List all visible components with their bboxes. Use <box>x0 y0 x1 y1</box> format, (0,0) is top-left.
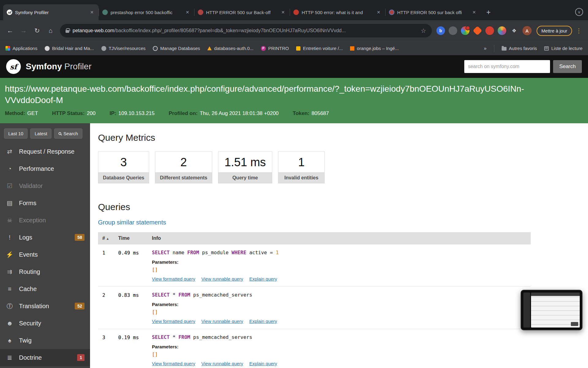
tab-symfony-profiler[interactable]: sf Symfony Profiler ✕ <box>3 4 99 20</box>
chrome-update-button[interactable]: Mettre à jour <box>537 26 572 36</box>
logs-badge: 58 <box>75 234 85 241</box>
close-icon[interactable]: ✕ <box>471 9 477 15</box>
sidebar-item-performance[interactable]: ◔ Performance <box>0 160 90 177</box>
metric-invalid-entities: 1 Invalid entities <box>278 151 325 183</box>
explain-query-link[interactable]: Explain query <box>249 319 277 324</box>
tab-prestashop-error[interactable]: prestashop error 500 backoffic ✕ <box>99 4 194 20</box>
view-runnable-query-link[interactable]: View runnable query <box>201 319 243 324</box>
sidebar-item-exception[interactable]: ☠ Exception <box>0 212 90 229</box>
bookmark-tjviser-resources[interactable]: TJViser/resources <box>101 46 146 51</box>
sidebar-item-twig[interactable]: ♠ Twig <box>0 332 90 349</box>
browser-menu-icon[interactable]: ⋮ <box>574 27 584 34</box>
query-time: 0.49 ms <box>118 250 152 282</box>
extension-icon-multicolor-badge[interactable] <box>461 26 469 35</box>
symfony-favicon: sf <box>7 10 12 15</box>
url-text[interactable]: petanque-web.com/backoffice/index.php/_p… <box>73 28 417 33</box>
bookmark-databases-auth[interactable]: databases-auth.0... <box>207 46 253 51</box>
sidebar-item-doctrine[interactable]: ≣ Doctrine 1 <box>0 349 90 366</box>
symfony-search-input[interactable] <box>464 60 550 73</box>
close-icon[interactable]: ✕ <box>375 9 382 15</box>
parameters-value: [] <box>152 309 526 315</box>
events-icon: ⚡ <box>6 251 14 258</box>
queries-table-header: #▲ Time Info <box>98 232 531 244</box>
last-10-button[interactable]: Last 10 <box>4 128 28 139</box>
bookmark-star-icon[interactable]: ☆ <box>421 27 426 34</box>
bookmark-bridal-hair[interactable]: Bridal Hair and Ma... <box>45 46 94 51</box>
extension-icon-blue-b[interactable]: b <box>436 26 445 35</box>
view-formatted-query-link[interactable]: View formatted query <box>152 361 195 366</box>
meta-profiled-on: Profiled on:Thu, 26 Aug 2021 18:01:38 +0… <box>169 110 279 117</box>
sidebar-item-routing[interactable]: ⇉ Routing <box>0 263 90 280</box>
new-tab-button[interactable]: + <box>483 6 494 18</box>
site-favicon <box>389 10 394 15</box>
close-icon[interactable]: ✕ <box>280 9 286 15</box>
home-button[interactable]: ⌂ <box>45 25 56 36</box>
group-similar-statements-link[interactable]: Group similar statements <box>98 219 166 226</box>
sidebar-item-security[interactable]: ☻ Security <box>0 315 90 332</box>
metric-database-queries: 3 Database Queries <box>98 151 149 183</box>
bookmark-orange-jobs[interactable]: orange.jobs – Ingé... <box>350 46 399 51</box>
explain-query-link[interactable]: Explain query <box>249 276 277 282</box>
sidebar-item-events[interactable]: ⚡ Events <box>0 246 90 263</box>
close-icon[interactable]: ✕ <box>89 9 95 15</box>
explain-query-link[interactable]: Explain query <box>249 361 277 366</box>
tab-http-error-backoffice[interactable]: HTTP ERROR 500 sur Back-off ✕ <box>194 4 290 20</box>
address-bar[interactable]: petanque-web.com/backoffice/index.php/_p… <box>60 24 432 37</box>
forward-button[interactable]: → <box>18 25 29 36</box>
reading-list[interactable]: Liste de lecture <box>544 46 582 51</box>
sort-asc-icon: ▲ <box>106 237 109 240</box>
profiler-title: Symfony Profiler <box>26 62 92 71</box>
bookmark-label: TJViser/resources <box>109 46 146 51</box>
view-formatted-query-link[interactable]: View formatted query <box>152 319 195 324</box>
sidebar-item-cache[interactable]: ≡ Cache <box>0 280 90 297</box>
header-num[interactable]: #▲ <box>102 236 118 241</box>
orange-brand-icon <box>350 46 354 51</box>
cache-icon: ≡ <box>6 286 14 293</box>
sidebar-item-validator[interactable]: ☑ Validator <box>0 177 90 194</box>
bookmarks-overflow-chevron[interactable]: » <box>484 46 487 51</box>
pip-mini-sidebar <box>523 293 530 328</box>
sidebar-item-forms[interactable]: ▤ Forms <box>0 194 90 212</box>
bookmark-printro[interactable]: P PRINTRO <box>261 46 289 51</box>
bookmark-manage-databases[interactable]: Manage Databases <box>153 46 200 51</box>
tab-http-error-back-office[interactable]: HTTP ERROR 500 sur back offi ✕ <box>385 4 481 20</box>
reload-button[interactable]: ↻ <box>31 25 43 36</box>
doctrine-icon: ≣ <box>6 354 14 361</box>
search-icon <box>58 132 61 135</box>
tab-http-500-error[interactable]: HTTP 500 error: what is it and ✕ <box>290 4 385 20</box>
parameters-label: Parameters: <box>152 344 526 349</box>
tab-title: HTTP ERROR 500 sur back offi <box>397 10 468 15</box>
query-time: 0.19 ms <box>118 334 152 366</box>
extension-icon-gray[interactable] <box>449 26 457 35</box>
bookmark-applications[interactable]: Applications <box>6 46 37 51</box>
back-button[interactable]: ← <box>4 25 16 36</box>
profile-avatar[interactable]: A <box>522 26 532 35</box>
view-runnable-query-link[interactable]: View runnable query <box>201 276 243 282</box>
site-info-lock-icon[interactable] <box>66 30 69 33</box>
sidebar-search-button[interactable]: Search <box>54 128 82 139</box>
screen-share-pip-window[interactable] <box>521 290 582 330</box>
extension-icon-red[interactable] <box>485 26 494 35</box>
bookmark-label: Entretien voiture /... <box>303 46 343 51</box>
queries-heading: Queries <box>98 202 588 212</box>
view-formatted-query-link[interactable]: View formatted query <box>152 276 195 282</box>
tab-title: Symfony Profiler <box>15 10 86 15</box>
sidebar-item-logs[interactable]: ! Logs 58 <box>0 229 90 246</box>
extensions-puzzle-icon[interactable]: ❖ <box>510 26 518 35</box>
tab-search-icon[interactable]: ∨ <box>575 8 583 16</box>
sidebar-item-request-response[interactable]: ⇄ Request / Response <box>0 143 90 160</box>
other-favorites[interactable]: Autres favoris <box>502 46 537 51</box>
bookmark-entretien-voiture[interactable]: Entretien voiture /... <box>296 46 343 51</box>
view-runnable-query-link[interactable]: View runnable query <box>201 361 243 366</box>
sidebar-item-emails[interactable]: ✉ E-Mails <box>0 366 90 368</box>
symfony-search-button[interactable]: Search <box>553 60 582 73</box>
extension-icon-colorwheel[interactable] <box>498 26 506 35</box>
meta-ip: IP:109.10.153.215 <box>110 110 155 117</box>
extension-icon-orange-diamond[interactable] <box>473 26 482 35</box>
close-icon[interactable]: ✕ <box>184 9 190 15</box>
header-time[interactable]: Time <box>118 236 152 241</box>
sidebar-item-translation[interactable]: Ⓣ Translation 52 <box>0 297 90 315</box>
performance-icon: ◔ <box>6 165 14 172</box>
browser-tab-strip: sf Symfony Profiler ✕ prestashop error 5… <box>0 0 588 20</box>
latest-button[interactable]: Latest <box>30 128 51 139</box>
